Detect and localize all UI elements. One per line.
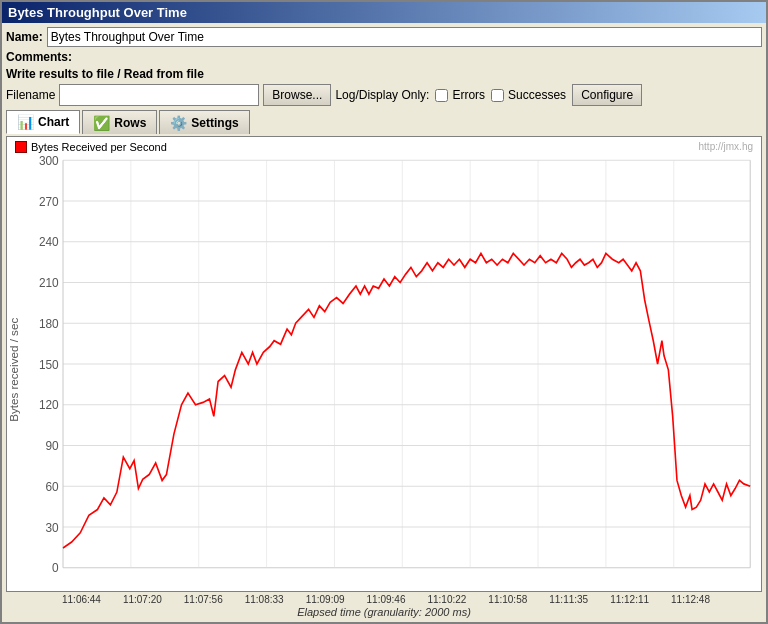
svg-text:180: 180 (39, 316, 59, 331)
tab-chart[interactable]: 📊 Chart (6, 110, 80, 134)
successes-checkbox[interactable] (491, 89, 504, 102)
tab-settings-label: Settings (191, 116, 238, 130)
svg-text:90: 90 (46, 439, 59, 454)
x-axis-title: Elapsed time (granularity: 2000 ms) (10, 606, 758, 618)
x-label-0: 11:06:44 (62, 594, 101, 605)
tab-rows[interactable]: ✅ Rows (82, 110, 157, 134)
name-label: Name: (6, 30, 43, 44)
tab-chart-label: Chart (38, 115, 69, 129)
x-axis-labels: 11:06:44 11:07:20 11:07:56 11:08:33 11:0… (10, 592, 758, 605)
svg-text:240: 240 (39, 235, 59, 250)
x-label-4: 11:09:09 (306, 594, 345, 605)
main-window: Bytes Throughput Over Time Name: Comment… (0, 0, 768, 624)
filename-input[interactable] (59, 84, 259, 106)
svg-text:30: 30 (46, 520, 59, 535)
chart-svg: 300 270 240 210 180 150 120 90 60 30 0 (7, 137, 761, 591)
rows-icon: ✅ (93, 115, 110, 131)
x-label-2: 11:07:56 (184, 594, 223, 605)
comments-label: Comments: (6, 50, 72, 64)
errors-checkbox[interactable] (435, 89, 448, 102)
tab-rows-label: Rows (114, 116, 146, 130)
file-section-label: Write results to file / Read from file (6, 67, 762, 81)
name-input[interactable] (47, 27, 762, 47)
window-title: Bytes Throughput Over Time (8, 5, 187, 20)
svg-text:210: 210 (39, 276, 59, 291)
x-label-8: 11:11:35 (549, 594, 588, 605)
tabs: 📊 Chart ✅ Rows ⚙️ Settings (6, 110, 762, 134)
settings-icon: ⚙️ (170, 115, 187, 131)
x-label-6: 11:10:22 (427, 594, 466, 605)
x-label-10: 11:12:48 (671, 594, 710, 605)
svg-text:Bytes received / sec: Bytes received / sec (8, 317, 20, 421)
title-bar: Bytes Throughput Over Time (2, 2, 766, 23)
svg-text:150: 150 (39, 357, 59, 372)
x-label-3: 11:08:33 (245, 594, 284, 605)
log-display-label: Log/Display Only: (335, 88, 429, 102)
svg-text:0: 0 (52, 561, 59, 576)
x-label-5: 11:09:46 (367, 594, 406, 605)
svg-text:60: 60 (46, 479, 59, 494)
chart-icon: 📊 (17, 114, 34, 130)
svg-text:300: 300 (39, 154, 59, 169)
tab-settings[interactable]: ⚙️ Settings (159, 110, 249, 134)
x-label-9: 11:12:11 (610, 594, 649, 605)
svg-text:120: 120 (39, 398, 59, 413)
filename-label: Filename (6, 88, 55, 102)
x-label-1: 11:07:20 (123, 594, 162, 605)
errors-label: Errors (452, 88, 485, 102)
chart-area: Bytes Received per Second http://jmx.hg (6, 136, 762, 592)
successes-label: Successes (508, 88, 566, 102)
svg-text:270: 270 (39, 194, 59, 209)
x-label-7: 11:10:58 (488, 594, 527, 605)
configure-button[interactable]: Configure (572, 84, 642, 106)
browse-button[interactable]: Browse... (263, 84, 331, 106)
